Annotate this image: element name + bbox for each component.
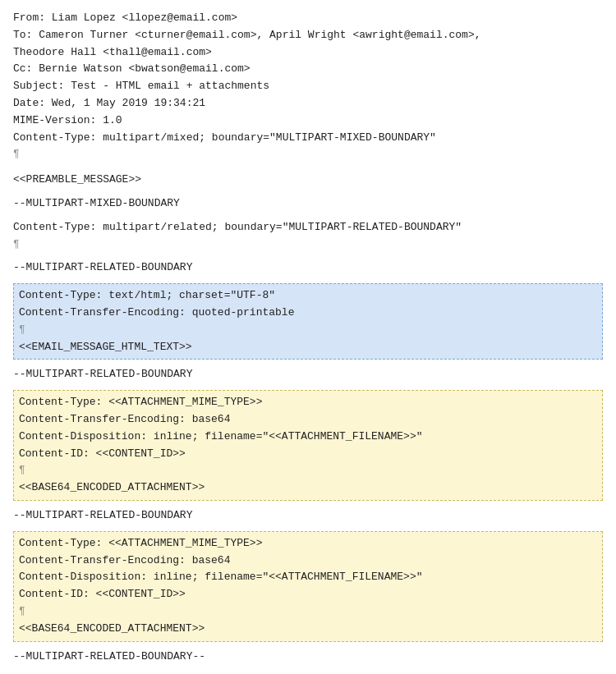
content-line: ¶ [19, 603, 597, 621]
header-from: From: Liam Lopez <llopez@email.com> [13, 10, 603, 27]
content-line: Content-Transfer-Encoding: base64 [19, 552, 597, 570]
content-line: <<BASE64_ENCODED_ATTACHMENT>> [19, 479, 597, 497]
content-line: <<EMAIL_MESSAGE_HTML_TEXT>> [19, 339, 597, 356]
email-viewer: From: Liam Lopez <llopez@email.com> To: … [13, 10, 603, 189]
content-line: Content-Type: <<ATTACHMENT_MIME_TYPE>> [19, 394, 597, 411]
preamble-block: <<PREAMBLE_MESSAGE>> [13, 172, 603, 189]
header-to: To: Cameron Turner <cturner@email.com>, … [13, 27, 603, 44]
content-line: Content-Disposition: inline; filename="<… [19, 569, 597, 586]
preamble-text: <<PREAMBLE_MESSAGE>> [13, 172, 603, 189]
header-subject: Subject: Test - HTML email + attachments [13, 78, 603, 95]
boundary-line-related-boundary-end: --MULTIPART-RELATED-BOUNDARY-- [13, 649, 603, 666]
header-pilcrow: ¶ [13, 146, 603, 163]
content-line: Content-ID: <<CONTENT_ID>> [19, 586, 597, 603]
mime-blocks: --MULTIPART-MIXED-BOUNDARYContent-Type: … [13, 195, 603, 674]
content-line: Content-Transfer-Encoding: base64 [19, 411, 597, 429]
header-to-cont: Theodore Hall <thall@email.com> [13, 44, 603, 62]
content-line: ¶ [19, 462, 597, 479]
content-block-related-boundary-1: Content-Type: text/html; charset="UTF-8"… [13, 283, 603, 360]
header-content-type: Content-Type: multipart/mixed; boundary=… [13, 130, 603, 147]
boundary-line-related-boundary-3: --MULTIPART-RELATED-BOUNDARY [13, 507, 603, 525]
content-line: Content-ID: <<CONTENT_ID>> [19, 446, 597, 463]
content-line: Content-Type: text/html; charset="UTF-8" [19, 287, 597, 305]
boundary-line-related-boundary-1: --MULTIPART-RELATED-BOUNDARY [13, 259, 603, 277]
header-cc: Cc: Bernie Watson <bwatson@email.com> [13, 61, 603, 78]
boundary-line-related-boundary-2: --MULTIPART-RELATED-BOUNDARY [13, 366, 603, 383]
header-date: Date: Wed, 1 May 2019 19:34:21 [13, 95, 603, 112]
header-mime: MIME-Version: 1.0 [13, 112, 603, 130]
content-line: ¶ [13, 236, 603, 254]
email-headers: From: Liam Lopez <llopez@email.com> To: … [13, 10, 603, 163]
content-line: Content-Disposition: inline; filename="<… [19, 429, 597, 446]
content-line: ¶ [19, 322, 597, 339]
content-block-mixed-boundary-1: Content-Type: multipart/related; boundar… [13, 219, 603, 254]
content-line: <<BASE64_ENCODED_ATTACHMENT>> [19, 621, 597, 638]
content-block-related-boundary-2: Content-Type: <<ATTACHMENT_MIME_TYPE>>Co… [13, 390, 603, 501]
boundary-line-mixed-boundary-1: --MULTIPART-MIXED-BOUNDARY [13, 195, 603, 213]
content-block-related-boundary-3: Content-Type: <<ATTACHMENT_MIME_TYPE>>Co… [13, 531, 603, 642]
content-line: Content-Type: multipart/related; boundar… [13, 219, 603, 236]
content-line: Content-Transfer-Encoding: quoted-printa… [19, 305, 597, 322]
content-line: Content-Type: <<ATTACHMENT_MIME_TYPE>> [19, 535, 597, 552]
